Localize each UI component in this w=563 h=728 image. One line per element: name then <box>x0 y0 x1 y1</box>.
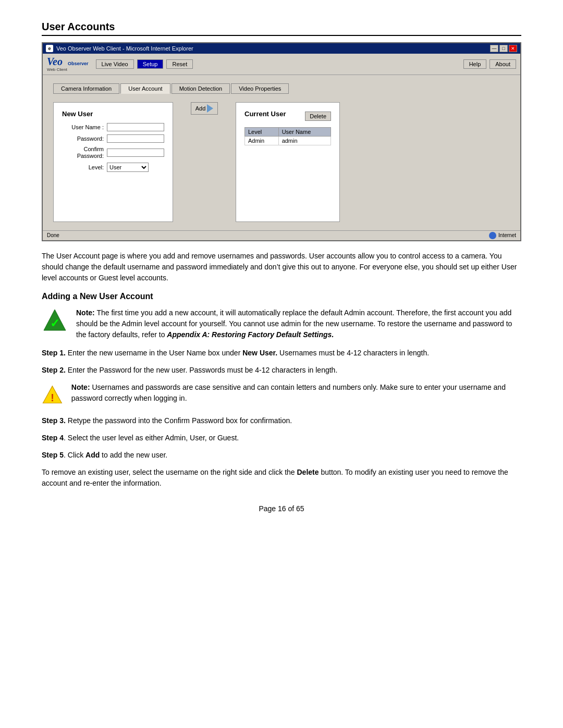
step5-bold: Step 5 <box>42 451 64 459</box>
titlebar-buttons: — □ ✕ <box>490 45 517 52</box>
current-user-panel: Current User Delete Level User Name Admi… <box>236 102 340 222</box>
step2-body: Enter the Password for the new user. Pas… <box>66 366 337 374</box>
intro-text: The User Account page is where you add a… <box>42 251 521 283</box>
step5-text: Step 5. Click Add to add the new user. <box>42 450 521 461</box>
statusbar-done: Done <box>47 232 59 238</box>
col-level: Level <box>245 127 279 136</box>
delete-button[interactable]: Delete <box>305 112 331 121</box>
tab-camera-information[interactable]: Camera Information <box>53 83 119 94</box>
add-button[interactable]: Add <box>191 102 218 115</box>
user-name-cell: admin <box>278 136 331 145</box>
note1-row: ✓ Note: The first time you add a new acc… <box>42 307 521 340</box>
section2-title: Adding a New User Account <box>42 292 521 301</box>
table-row[interactable]: Adminadmin <box>245 136 331 145</box>
veo-logo: Veo <box>47 56 63 68</box>
closing-text: To remove an existing user, select the u… <box>42 467 521 489</box>
arrow-right-icon <box>207 104 213 113</box>
note1-bold: Note: <box>76 309 95 317</box>
note2-bold: Note: <box>71 383 90 391</box>
closing-text1: To remove an existing user, select the u… <box>42 468 297 476</box>
add-arrow-area: Add <box>189 102 220 115</box>
live-video-button[interactable]: Live Video <box>96 59 134 69</box>
step3-text: Step 3. Retype the password into the Con… <box>42 415 521 426</box>
titlebar-left: e Veo Observer Web Client - Microsoft In… <box>46 45 193 52</box>
note2-text: Note: Usernames and passwords are case s… <box>71 382 521 404</box>
reset-button[interactable]: Reset <box>166 59 193 69</box>
password-input[interactable] <box>107 134 164 143</box>
page-number: Page 16 of 65 <box>42 504 521 513</box>
step5-body: . Click <box>64 451 85 459</box>
browser-window: e Veo Observer Web Client - Microsoft In… <box>42 42 521 241</box>
confirm-password-row: Confirm Password: <box>62 146 164 159</box>
checkmark-icon: ✓ <box>42 307 68 334</box>
titlebar-text: Veo Observer Web Client - Microsoft Inte… <box>56 45 193 52</box>
step4-bold: Step 4 <box>42 434 64 442</box>
globe-icon <box>489 232 496 239</box>
user-table: Level User Name Adminadmin <box>244 127 331 145</box>
confirm-label: Confirm Password: <box>62 146 104 159</box>
level-row: Level: User Admin Guest <box>62 163 164 172</box>
internet-label: Internet <box>498 232 516 238</box>
svg-text:✓: ✓ <box>50 317 59 330</box>
password-row: Password: <box>62 134 164 143</box>
current-user-header: Current User Delete <box>244 110 331 123</box>
page-title: User Accounts <box>42 21 521 36</box>
step1-new-user: New User. <box>242 349 277 357</box>
user-level-cell: Admin <box>245 136 279 145</box>
restore-button[interactable]: □ <box>499 45 508 52</box>
step4-text: Step 4. Select the user level as either … <box>42 433 521 443</box>
setup-button[interactable]: Setup <box>137 59 164 69</box>
step1-text: Step 1. Enter the new username in the Us… <box>42 348 521 359</box>
confirm-password-input[interactable] <box>107 149 164 157</box>
step4-body: . Select the user level as either Admin,… <box>64 434 239 442</box>
password-label: Password: <box>62 135 104 142</box>
step1-rest: Usernames must be 4-12 characters in len… <box>277 349 429 357</box>
close-button[interactable]: ✕ <box>509 45 517 52</box>
note2-body: Usernames and passwords are case sensiti… <box>71 383 506 402</box>
step1-body: Enter the new username in the User Name … <box>66 349 242 357</box>
level-select[interactable]: User Admin Guest <box>107 163 149 172</box>
help-button[interactable]: Help <box>463 59 487 69</box>
step2-bold: Step 2. <box>42 366 66 374</box>
step3-body: Retype the password into the Confirm Pas… <box>66 416 292 425</box>
minimize-button[interactable]: — <box>490 45 498 52</box>
tab-user-account[interactable]: User Account <box>120 83 170 94</box>
username-input[interactable] <box>107 123 164 131</box>
panels-row: New User User Name : Password: Confirm P… <box>53 102 510 222</box>
step3-bold: Step 3. <box>42 416 66 425</box>
add-button-label: Add <box>195 105 206 112</box>
web-client-label: Web Client <box>47 68 67 72</box>
browser-toolbar: Veo Observer Web Client Live Video Setup… <box>43 54 520 75</box>
note1-text: Note: The first time you add a new accou… <box>76 307 521 340</box>
tab-bar: Camera Information User Account Motion D… <box>53 83 510 94</box>
step1-bold: Step 1. <box>42 349 66 357</box>
about-button[interactable]: About <box>489 59 516 69</box>
browser-statusbar: Done Internet <box>43 230 520 240</box>
level-label: Level: <box>62 164 104 170</box>
status-internet: Internet <box>489 232 516 239</box>
new-user-title: New User <box>62 110 164 118</box>
svg-text:!: ! <box>51 392 54 403</box>
new-user-panel: New User User Name : Password: Confirm P… <box>53 102 173 222</box>
username-row: User Name : <box>62 123 164 131</box>
browser-titlebar: e Veo Observer Web Client - Microsoft In… <box>43 43 520 54</box>
veo-brand: Veo Observer Web Client <box>47 56 89 72</box>
tab-motion-detection[interactable]: Motion Detection <box>172 83 230 94</box>
ie-icon: e <box>46 45 53 52</box>
browser-content: Camera Information User Account Motion D… <box>43 75 520 230</box>
tab-video-properties[interactable]: Video Properties <box>231 83 289 94</box>
warning-icon: ! <box>42 382 63 408</box>
step5-add: Add <box>85 451 100 459</box>
step5-rest: to add the new user. <box>100 451 167 459</box>
note2-row: ! Note: Usernames and passwords are case… <box>42 382 521 408</box>
note1-link: Appendix A: Restoring Factory Default Se… <box>167 330 334 339</box>
current-user-title: Current User <box>244 110 286 118</box>
observer-label: Observer <box>68 61 89 66</box>
username-label: User Name : <box>62 124 104 130</box>
step2-text: Step 2. Enter the Password for the new u… <box>42 365 521 376</box>
col-username: User Name <box>278 127 331 136</box>
closing-bold: Delete <box>297 468 319 476</box>
